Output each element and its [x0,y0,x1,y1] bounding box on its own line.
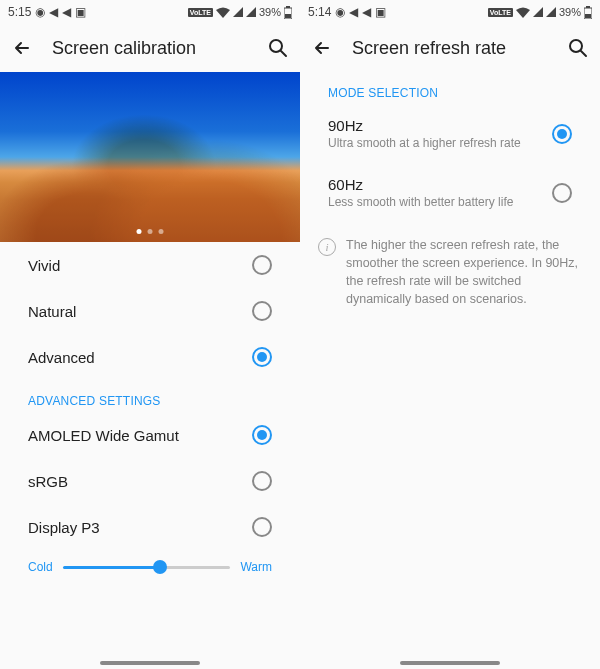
mode-label: Natural [28,303,252,320]
svg-line-4 [281,51,286,56]
carousel-dots [137,229,164,234]
mode-label: Advanced [28,349,252,366]
mode-label: Vivid [28,257,252,274]
signal-icon [533,7,543,17]
dot[interactable] [137,229,142,234]
dot[interactable] [159,229,164,234]
mode-natural[interactable]: Natural [0,288,300,334]
advmode-amoled[interactable]: AMOLED Wide Gamut [0,412,300,458]
signal-icon [246,7,256,17]
slider-warm-label: Warm [240,560,272,574]
mode-advanced[interactable]: Advanced [0,334,300,380]
page-title: Screen refresh rate [352,38,548,59]
svg-rect-7 [585,14,591,18]
option-sub: Ultra smooth at a higher refresh rate [328,136,552,150]
back-icon[interactable] [312,38,332,58]
signal-icon [233,7,243,17]
slider-thumb[interactable] [153,560,167,574]
status-time: 5:14 [308,5,331,19]
radio-button[interactable] [252,347,272,367]
volte-icon: VoLTE [188,8,213,17]
battery-percent: 39% [559,6,581,18]
info-row: i The higher the screen refresh rate, th… [300,222,600,323]
radio-button[interactable] [252,471,272,491]
wifi-icon [216,7,230,18]
status-bar: 5:15 ◉ ◀ ◀ ▣ VoLTE 39% [0,0,300,24]
svg-rect-2 [285,14,291,18]
option-label: 60Hz [328,176,552,193]
svg-point-3 [270,40,282,52]
screen-refresh-rate: 5:14 ◉ ◀ ◀ ▣ VoLTE 39% Screen [300,0,600,669]
send-icon: ◀ [349,5,358,19]
advanced-settings-header: ADVANCED SETTINGS [0,380,300,412]
dot[interactable] [148,229,153,234]
wifi-icon [516,7,530,18]
search-icon[interactable] [268,38,288,58]
color-temp-slider[interactable] [63,566,231,569]
refresh-90hz[interactable]: 90Hz Ultra smooth at a higher refresh ra… [300,104,600,163]
notif-icon: ◉ [35,5,45,19]
preview-image[interactable] [0,72,300,242]
radio-button[interactable] [252,255,272,275]
send-icon: ◀ [362,5,371,19]
signal-icon [546,7,556,17]
refresh-60hz[interactable]: 60Hz Less smooth with better battery lif… [300,163,600,222]
battery-icon [284,6,292,19]
color-temp-slider-row: Cold Warm [0,550,300,588]
radio-button[interactable] [552,183,572,203]
svg-point-8 [570,40,582,52]
page-title: Screen calibration [52,38,248,59]
volte-icon: VoLTE [488,8,513,17]
title-bar: Screen calibration [0,24,300,72]
notif-icon: ◉ [335,5,345,19]
info-icon: i [318,238,336,256]
mail-icon: ▣ [375,5,386,19]
nav-handle[interactable] [100,661,200,665]
radio-button[interactable] [552,124,572,144]
radio-button[interactable] [252,301,272,321]
radio-button[interactable] [252,517,272,537]
send-icon: ◀ [62,5,71,19]
screen-calibration: 5:15 ◉ ◀ ◀ ▣ VoLTE 39% Screen [0,0,300,669]
mode-label: sRGB [28,473,252,490]
battery-percent: 39% [259,6,281,18]
slider-cold-label: Cold [28,560,53,574]
status-time: 5:15 [8,5,31,19]
mode-vivid[interactable]: Vivid [0,242,300,288]
back-icon[interactable] [12,38,32,58]
mail-icon: ▣ [75,5,86,19]
svg-line-9 [581,51,586,56]
battery-icon [584,6,592,19]
mode-label: Display P3 [28,519,252,536]
mode-label: AMOLED Wide Gamut [28,427,252,444]
mode-selection-header: MODE SELECTION [300,72,600,104]
title-bar: Screen refresh rate [300,24,600,72]
info-text: The higher the screen refresh rate, the … [346,236,582,309]
option-label: 90Hz [328,117,552,134]
send-icon: ◀ [49,5,58,19]
advmode-srgb[interactable]: sRGB [0,458,300,504]
radio-button[interactable] [252,425,272,445]
search-icon[interactable] [568,38,588,58]
status-bar: 5:14 ◉ ◀ ◀ ▣ VoLTE 39% [300,0,600,24]
advmode-displayp3[interactable]: Display P3 [0,504,300,550]
nav-handle[interactable] [400,661,500,665]
option-sub: Less smooth with better battery life [328,195,552,209]
